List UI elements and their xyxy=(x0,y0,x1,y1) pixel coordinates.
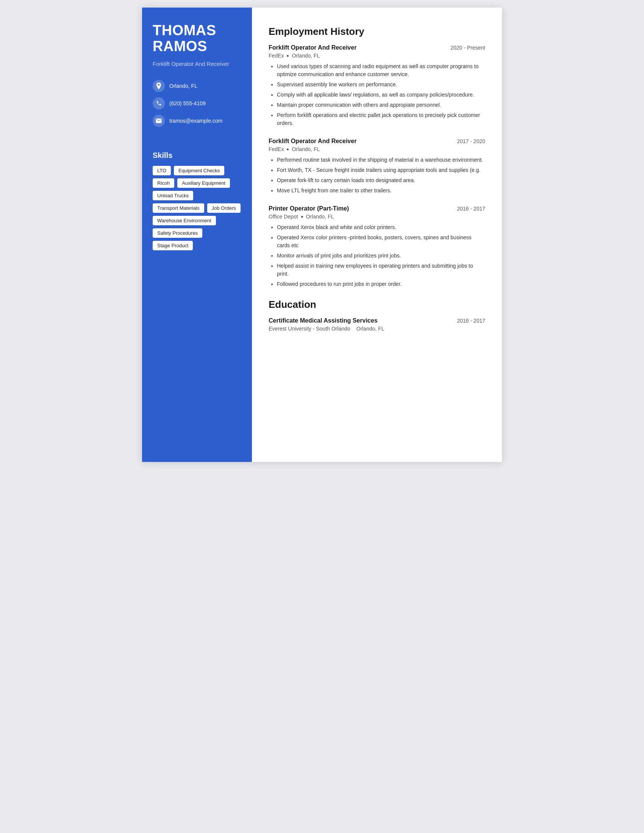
edu-title: Certificate Medical Assisting Services xyxy=(269,317,378,324)
contact-phone: (620) 555-4109 xyxy=(153,97,242,109)
employment-heading: Employment History xyxy=(269,26,485,37)
job-bullets: Operated Xerox black and white and color… xyxy=(269,224,485,288)
job-dates: 2020 - Present xyxy=(451,45,485,51)
company-location: Orlando, FL xyxy=(306,214,334,220)
job-dates: 2016 - 2017 xyxy=(457,206,485,212)
edu-header: Certificate Medical Assisting Services 2… xyxy=(269,317,485,324)
bullet-item: Perform forklift operations and electric… xyxy=(277,111,485,127)
skill-tag: Unload Trucks xyxy=(153,191,193,200)
contact-location: Orlando, FL xyxy=(153,80,242,92)
job-block: Forklift Operator And Receiver 2017 - 20… xyxy=(269,138,485,195)
job-dates: 2017 - 2020 xyxy=(457,138,485,144)
skills-section: Skills LTOEquipment ChecksRicohAuxiliary… xyxy=(153,151,242,250)
education-heading: Education xyxy=(269,299,485,310)
dot-separator xyxy=(301,216,303,218)
job-title: Printer Operator (Part-Time) xyxy=(269,205,349,212)
bullet-item: Followed procedures to run print jobs in… xyxy=(277,280,485,288)
job-company: FedEx Orlando, FL xyxy=(269,146,485,152)
dot-separator xyxy=(287,55,289,57)
edu-block: Certificate Medical Assisting Services 2… xyxy=(269,317,485,332)
bullet-item: Operated Xerox black and white and color… xyxy=(277,224,485,232)
school-location: Orlando, FL xyxy=(356,326,385,332)
skill-tag: Auxiliary Equipment xyxy=(177,178,230,188)
job-bullets: Performed routine task involved in the s… xyxy=(269,156,485,195)
skill-tag: Stage Product xyxy=(153,241,193,250)
job-header: Forklift Operator And Receiver 2017 - 20… xyxy=(269,138,485,145)
contact-email: tramos@example.com xyxy=(153,115,242,127)
school-name: Everest University - South Orlando xyxy=(269,326,350,332)
job-company: Office Depot Orlando, FL xyxy=(269,214,485,220)
job-header: Forklift Operator And Receiver 2020 - Pr… xyxy=(269,44,485,51)
location-text: Orlando, FL xyxy=(169,83,197,89)
bullet-item: Helped assist in training new employees … xyxy=(277,262,485,278)
job-block: Forklift Operator And Receiver 2020 - Pr… xyxy=(269,44,485,127)
bullet-item: Move LTL freight from one trailer to oth… xyxy=(277,187,485,195)
phone-text: (620) 555-4109 xyxy=(169,100,206,106)
sidebar: THOMAS RAMOS Forklift Operator And Recei… xyxy=(142,8,252,462)
bullet-item: Monitor arrivals of print jobs and prior… xyxy=(277,252,485,260)
phone-icon xyxy=(153,97,165,109)
skill-tag: Equipment Checks xyxy=(174,166,224,175)
bullet-item: Operated Xerox color printers -printed b… xyxy=(277,234,485,249)
resume-wrapper: THOMAS RAMOS Forklift Operator And Recei… xyxy=(142,8,502,462)
candidate-name: THOMAS RAMOS xyxy=(153,23,242,55)
email-icon xyxy=(153,115,165,127)
bullet-item: Maintain proper communication with other… xyxy=(277,101,485,109)
company-location: Orlando, FL xyxy=(292,53,320,59)
job-bullets: Used various types of scanning and radio… xyxy=(269,63,485,127)
jobs-container: Forklift Operator And Receiver 2020 - Pr… xyxy=(269,44,485,288)
contact-list: Orlando, FL (620) 555-4109 tramos@exampl… xyxy=(153,80,242,132)
skills-heading: Skills xyxy=(153,151,242,160)
main-content: Employment History Forklift Operator And… xyxy=(252,8,502,462)
edu-school: Everest University - South Orlando Orlan… xyxy=(269,326,485,332)
bullet-item: Operate fork-lift to carry certain loads… xyxy=(277,177,485,184)
email-text: tramos@example.com xyxy=(169,118,222,124)
job-title: Forklift Operator And Receiver xyxy=(269,44,356,51)
job-title: Forklift Operator And Receiver xyxy=(269,138,356,145)
skill-tag: LTO xyxy=(153,166,171,175)
skill-tag: Warehouse Environment xyxy=(153,216,216,225)
skill-tag: Ricoh xyxy=(153,178,174,188)
company-name: Office Depot xyxy=(269,214,298,220)
skill-tag: Transport Materials xyxy=(153,203,204,213)
job-header: Printer Operator (Part-Time) 2016 - 2017 xyxy=(269,205,485,212)
bullet-item: Supervised assembly line workers on perf… xyxy=(277,80,485,88)
bullet-item: Fort Worth, TX - Secure freight inside t… xyxy=(277,166,485,174)
skill-tag: Safety Procedures xyxy=(153,228,202,238)
company-name: FedEx xyxy=(269,146,284,152)
location-icon xyxy=(153,80,165,92)
company-name: FedEx xyxy=(269,53,284,59)
dot-separator xyxy=(287,148,289,150)
bullet-item: Performed routine task involved in the s… xyxy=(277,156,485,164)
job-block: Printer Operator (Part-Time) 2016 - 2017… xyxy=(269,205,485,288)
skills-tags: LTOEquipment ChecksRicohAuxiliary Equipm… xyxy=(153,166,242,250)
candidate-title: Forklift Operator And Receiver xyxy=(153,60,242,68)
edu-dates: 2016 - 2017 xyxy=(457,318,485,324)
bullet-item: Used various types of scanning and radio… xyxy=(277,63,485,78)
job-company: FedEx Orlando, FL xyxy=(269,53,485,59)
company-location: Orlando, FL xyxy=(292,146,320,152)
edu-container: Certificate Medical Assisting Services 2… xyxy=(269,317,485,332)
skill-tag: Job Orders xyxy=(207,203,241,213)
bullet-item: Comply with all applicable laws/ regulat… xyxy=(277,91,485,99)
